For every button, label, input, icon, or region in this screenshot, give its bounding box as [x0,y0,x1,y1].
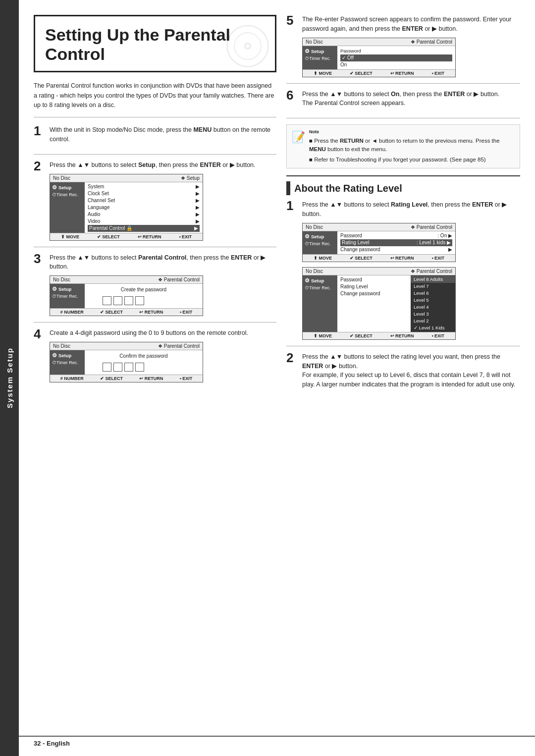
step-5: 5 The Re-enter Password screen appears t… [286,15,520,84]
step-5-content: The Re-enter Password screen appears to … [302,15,520,77]
rating-level-title: About the Rating Level [294,183,402,194]
screen-footer: ⬆ MOVE ✔ SELECT ↩ RETURN ▪ EXIT [303,332,455,339]
step-3-text: Press the ▲▼ buttons to select Parental … [50,253,276,272]
step-3-content: Press the ▲▼ buttons to select Parental … [50,253,276,317]
note-box: 📝 Note ■ Press the RETURN or ◄ button to… [286,124,520,168]
screen-header: No Disc ❖ Parental Control [50,276,203,284]
confirm-password-screen: No Disc ❖ Parental Control ⚙ Setup ⏱Time… [50,342,203,382]
screen-body: ⚙ Setup ⏱Timer Rec. Confirm the password [50,350,203,375]
note-label: Note [309,129,515,136]
step-2-number: 2 [34,160,45,241]
step-1-content: With the unit in Stop mode/No Disc mode,… [50,125,276,148]
screen-body: ⚙ Setup ⏱Timer Rec. Create the password [50,284,203,308]
screen-right-panel: Password ✓ Off On [337,46,455,69]
screen-header: No Disc ❖ Parental Control [303,38,455,46]
left-column: Setting Up the Parental Control The Pare… [34,15,276,741]
screen-body: ⚙ Setup ⏱Timer Rec. Password: On ▶ Ratin… [303,231,455,254]
screen-left-panel: ⚙ Setup ⏱Timer Rec. [303,46,337,69]
screen-left-panel: ⚙ Setup ⏱Timer Rec. [303,231,337,254]
screen-footer: # NUMBER ✔ SELECT ↩ RETURN ▪ EXIT [50,308,203,316]
dropdown-list: Level 8 Adults Level 7 Level 6 Level 5 L… [411,275,455,332]
step-4-number: 4 [34,327,45,382]
screen-right-panel: Password: On ▶ Rating Level: Level 1 kid… [337,231,455,254]
intro-text: The Parental Control function works in c… [34,81,276,117]
screen-right-panel: Create the password [85,284,203,308]
screen-footer: ⬆ MOVE ✔ SELECT ↩ RETURN ▪ EXIT [303,254,455,262]
rating-step-1: 1 Press the ▲▼ buttons to select Rating … [286,200,520,346]
step-3: 3 Press the ▲▼ buttons to select Parenta… [34,253,276,323]
step-2: 2 Press the ▲▼ buttons to select Setup, … [34,161,276,247]
step-5-text: The Re-enter Password screen appears to … [302,15,520,34]
step-6-text: Press the ▲▼ buttons to select On, then … [302,90,520,108]
page: System Setup Setting Up the Parental Con… [0,0,535,756]
screen-footer: ⬆ MOVE ✔ SELECT ↩ RETURN ▪ EXIT [303,69,455,77]
step-3-number: 3 [34,252,45,317]
rating-step-2-number: 2 [286,351,297,393]
rating-level-dropdown-screen: No Disc ❖ Parental Control ⚙ Setup ⏱Time… [302,267,456,340]
screen-header: No Disc ❖ Parental Control [303,223,455,231]
password-boxes [103,296,200,305]
note-bullet-2: ■ Refer to Troubleshooting if you forget… [309,156,515,164]
onoff-screen: No Disc ❖ Parental Control ⚙ Setup ⏱Time… [302,38,456,77]
screen-body: ⚙ Setup ⏱Timer Rec. Password ✓ Off [303,46,455,69]
step-4-content: Create a 4-digit password using the 0 to… [50,328,276,382]
note-bullet-1: ■ Press the RETURN or ◄ button to return… [309,137,515,154]
step-4: 4 Create a 4-digit password using the 0 … [34,328,276,388]
screen-right-panel: Confirm the password [85,350,203,375]
screen-header: No Disc ❖ Parental Control [303,268,455,275]
password-boxes [103,363,200,372]
screen-left-panel: ⚙ Setup ⏱Timer Rec. [50,182,85,233]
screen-header: No Disc ❖ Parental Control [50,342,203,350]
screen-body: ⚙ Setup ⏱Timer Rec. Password Rating Leve… [303,275,455,332]
page-title: Setting Up the Parental Control [45,25,265,64]
screen-left-panel: ⚙ Setup ⏱Timer Rec. [50,350,85,375]
note-icon: 📝 [292,129,305,164]
rating-step-1-text: Press the ▲▼ buttons to select Rating Le… [302,200,520,219]
rating-step-2-content: Press the ▲▼ buttons to select the ratin… [302,352,520,393]
rating-level-screen: No Disc ❖ Parental Control ⚙ Setup ⏱Time… [302,223,456,262]
step-2-content: Press the ▲▼ buttons to select Setup, th… [50,161,276,241]
screen-left-panel: ⚙ Setup ⏱Timer Rec. [50,284,85,308]
rating-level-section-heading: About the Rating Level [286,175,520,195]
page-number: 32 - English [34,740,70,747]
screen-left-panel: ⚙ Setup ⏱Timer Rec. [303,275,337,332]
right-column: 5 The Re-enter Password screen appears t… [286,15,520,741]
step-1-number: 1 [34,124,45,148]
title-block: Setting Up the Parental Control [34,15,276,72]
step-2-text: Press the ▲▼ buttons to select Setup, th… [50,161,276,170]
rating-step-2: 2 Press the ▲▼ buttons to select the rat… [286,352,520,399]
rating-step-1-content: Press the ▲▼ buttons to select Rating Le… [302,200,520,340]
step-6-number: 6 [286,89,297,112]
main-content: Setting Up the Parental Control The Pare… [19,0,535,756]
parental-create-screen: No Disc ❖ Parental Control ⚙ Setup ⏱Time… [50,275,203,316]
step-6: 6 Press the ▲▼ buttons to select On, the… [286,90,520,119]
screen-footer: ⬆ MOVE ✔ SELECT ↩ RETURN ▪ EXIT [50,233,203,240]
step-1: 1 With the unit in Stop mode/No Disc mod… [34,125,276,155]
step-1-text: With the unit in Stop mode/No Disc mode,… [50,125,276,144]
side-tab: System Setup [0,0,19,756]
screen-footer: # NUMBER ✔ SELECT ↩ RETURN ▪ EXIT [50,375,203,382]
step-5-number: 5 [286,14,297,77]
screen-right-panel: Password Rating Level Change password [337,275,411,332]
setup-menu-screen: No Disc ❖ Setup ⚙ Setup ⏱Timer Rec. [50,174,203,241]
rating-step-2-text: Press the ▲▼ buttons to select the ratin… [302,352,520,389]
rating-step-1-number: 1 [286,199,297,340]
side-tab-label: System Setup [5,347,14,408]
note-content: Note ■ Press the RETURN or ◄ button to r… [309,129,515,164]
section-bar [286,181,290,195]
screen-header: No Disc ❖ Setup [50,174,203,182]
page-footer: 32 - English [19,736,535,747]
step-4-text: Create a 4-digit password using the 0 to… [50,328,276,338]
step-6-content: Press the ▲▼ buttons to select On, then … [302,90,520,112]
screen-right-panel: System▶ Clock Set▶ Channel Set▶ Language… [85,182,203,233]
screen-body: ⚙ Setup ⏱Timer Rec. System▶ Clock Set▶ [50,182,203,233]
